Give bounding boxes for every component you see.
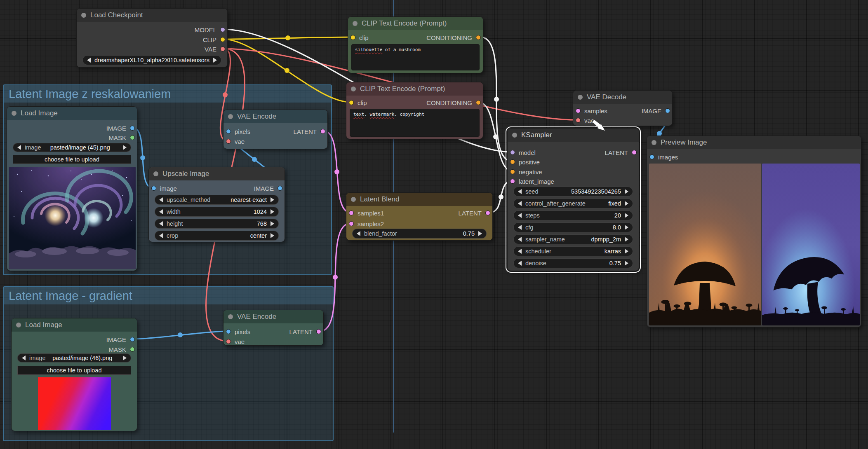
choose-file-button[interactable]: choose file to upload <box>13 155 131 164</box>
upscale-method-widget[interactable]: upscale_method nearest-exact <box>155 195 279 205</box>
prev-arrow-icon[interactable] <box>87 58 91 63</box>
sampler-name-widget[interactable]: sampler_name dpmpp_2m <box>513 234 633 244</box>
collapse-dot-icon[interactable] <box>16 323 21 327</box>
group-latent-rescale-titlebar[interactable]: Latent Image z reskalowaniem <box>4 85 331 103</box>
node-load-image-2[interactable]: Load Image IMAGE MASK image pasted/image… <box>11 318 137 431</box>
denoise-widget[interactable]: denoise 0.75 <box>513 258 633 268</box>
decrement-arrow-icon[interactable] <box>518 189 522 194</box>
image-file-widget[interactable]: image pasted/image (45).png <box>13 143 131 152</box>
ckpt-name-widget[interactable]: dreamshaperXL10_alpha2Xl10.safetensors <box>82 55 221 65</box>
node-titlebar[interactable]: CLIP Text Encode (Prompt) <box>346 82 483 96</box>
node-titlebar[interactable]: Upscale Image <box>149 167 285 180</box>
increment-arrow-icon[interactable] <box>625 225 628 230</box>
clip-port-icon[interactable] <box>349 100 354 105</box>
decrement-arrow-icon[interactable] <box>518 261 522 266</box>
prev-arrow-icon[interactable] <box>22 355 26 360</box>
increment-arrow-icon[interactable] <box>478 231 482 236</box>
height-widget[interactable]: height 768 <box>155 219 279 229</box>
node-ksampler[interactable]: KSampler model positive negative latent_… <box>507 128 639 271</box>
image-port-icon[interactable] <box>665 108 670 113</box>
decrement-arrow-icon[interactable] <box>159 233 163 238</box>
node-titlebar[interactable]: CLIP Text Encode (Prompt) <box>348 17 483 30</box>
node-titlebar[interactable]: Load Image <box>7 107 137 120</box>
node-titlebar[interactable]: Load Checkpoint <box>77 9 227 22</box>
node-titlebar[interactable]: Load Image <box>12 318 137 332</box>
node-clip-text-encode-negative[interactable]: CLIP Text Encode (Prompt) clip CONDITION… <box>346 82 483 139</box>
collapse-dot-icon[interactable] <box>12 111 16 116</box>
image-port-icon[interactable] <box>226 129 231 134</box>
decrement-arrow-icon[interactable] <box>159 221 163 226</box>
vae-port-icon[interactable] <box>576 118 581 123</box>
node-titlebar[interactable]: VAE Encode <box>223 110 327 123</box>
increment-arrow-icon[interactable] <box>271 197 274 202</box>
input-clip[interactable]: clip <box>350 33 369 42</box>
conditioning-port-icon[interactable] <box>510 169 515 174</box>
output-mask[interactable]: MASK <box>108 133 135 142</box>
output-image[interactable]: IMAGE <box>254 184 282 193</box>
input-pixels[interactable]: pixels <box>226 327 250 336</box>
control-after-generate-widget[interactable]: control_after_generate fixed <box>513 199 633 208</box>
input-model[interactable]: model <box>510 148 536 157</box>
input-samples2[interactable]: samples2 <box>349 219 384 228</box>
decrement-arrow-icon[interactable] <box>518 237 522 242</box>
input-vae[interactable]: vae <box>226 137 245 146</box>
collapse-dot-icon[interactable] <box>353 21 358 26</box>
conditioning-port-icon[interactable] <box>476 35 481 40</box>
decrement-arrow-icon[interactable] <box>518 201 522 206</box>
input-clip[interactable]: clip <box>349 98 367 107</box>
collapse-dot-icon[interactable] <box>228 314 233 319</box>
decrement-arrow-icon[interactable] <box>518 213 522 218</box>
collapse-dot-icon[interactable] <box>228 114 233 119</box>
node-clip-text-encode-positive[interactable]: CLIP Text Encode (Prompt) clip CONDITION… <box>348 16 483 73</box>
collapse-dot-icon[interactable] <box>652 140 656 145</box>
output-conditioning[interactable]: CONDITIONING <box>426 33 481 42</box>
node-load-checkpoint[interactable]: Load Checkpoint MODEL CLIP VAE dreamshap… <box>76 8 228 68</box>
scheduler-widget[interactable]: scheduler karras <box>513 246 633 256</box>
prompt-textarea[interactable]: silhouette of a mushroom <box>351 44 480 70</box>
model-port-icon[interactable] <box>220 27 225 32</box>
input-images[interactable]: images <box>649 152 678 161</box>
input-pixels[interactable]: pixels <box>226 127 250 136</box>
seed-widget[interactable]: seed 535349223504265 <box>513 187 633 196</box>
latent-port-icon[interactable] <box>510 179 515 184</box>
output-image[interactable]: IMAGE <box>106 335 135 344</box>
output-clip[interactable]: CLIP <box>203 35 225 44</box>
image-file-widget[interactable]: image pasted/image (46).png <box>17 353 131 362</box>
decrement-arrow-icon[interactable] <box>357 231 360 236</box>
next-arrow-icon[interactable] <box>123 145 127 150</box>
output-image[interactable]: IMAGE <box>106 124 135 133</box>
vae-port-icon[interactable] <box>220 47 225 51</box>
image-port-icon[interactable] <box>151 186 156 191</box>
latent-port-icon[interactable] <box>320 129 325 134</box>
output-model[interactable]: MODEL <box>195 25 225 34</box>
node-titlebar[interactable]: VAE Encode <box>223 310 323 323</box>
increment-arrow-icon[interactable] <box>625 249 628 254</box>
collapse-dot-icon[interactable] <box>512 133 517 138</box>
vae-port-icon[interactable] <box>226 139 231 144</box>
increment-arrow-icon[interactable] <box>271 209 274 214</box>
node-latent-blend[interactable]: Latent Blend samples1 samples2 LATENT bl… <box>346 192 493 241</box>
increment-arrow-icon[interactable] <box>625 261 628 266</box>
output-mask[interactable]: MASK <box>108 345 135 354</box>
output-conditioning[interactable]: CONDITIONING <box>426 98 481 107</box>
crop-widget[interactable]: crop center <box>155 231 279 241</box>
image-port-icon[interactable] <box>130 126 135 131</box>
graph-canvas[interactable]: Latent Image z reskalowaniem Latent Imag… <box>0 0 868 449</box>
prompt-textarea[interactable]: text, watermark, copyright <box>350 109 480 137</box>
increment-arrow-icon[interactable] <box>625 201 628 206</box>
model-port-icon[interactable] <box>510 150 515 155</box>
choose-file-button[interactable]: choose file to upload <box>17 366 131 375</box>
image-port-icon[interactable] <box>649 154 654 159</box>
collapse-dot-icon[interactable] <box>81 13 86 18</box>
node-vae-decode[interactable]: VAE Decode samples vae IMAGE <box>573 90 673 126</box>
increment-arrow-icon[interactable] <box>625 189 628 194</box>
image-port-icon[interactable] <box>226 329 231 334</box>
increment-arrow-icon[interactable] <box>625 213 628 218</box>
output-vae[interactable]: VAE <box>205 44 225 54</box>
blend-factor-widget[interactable]: blend_factor 0.75 <box>352 229 487 239</box>
latent-port-icon[interactable] <box>485 210 490 215</box>
next-arrow-icon[interactable] <box>123 355 127 360</box>
clip-port-icon[interactable] <box>350 35 355 40</box>
output-latent[interactable]: LATENT <box>289 327 321 336</box>
vae-port-icon[interactable] <box>226 339 231 344</box>
